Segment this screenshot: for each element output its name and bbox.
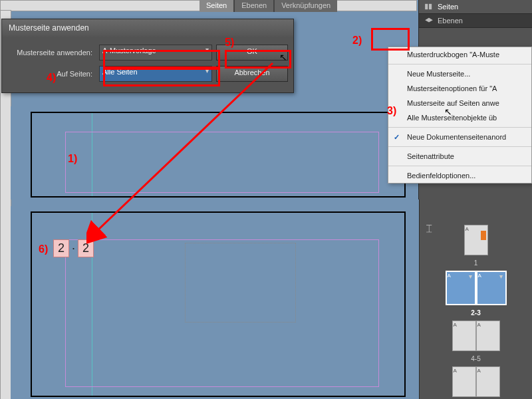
step-1-label: 1)	[68, 153, 77, 165]
ctx-separator	[388, 64, 531, 65]
step-6-label: 6)	[39, 243, 48, 255]
canvas-lower	[11, 206, 416, 399]
ctx-panel-options[interactable]: Bedienfeldoptionen...	[388, 168, 531, 183]
pages-thumbnails-panel: ⌶ A 1 AA 2-3 AA 4-5 AA 6-7	[419, 200, 532, 399]
select-master[interactable]: A-Mustervorlage	[99, 45, 212, 61]
dialog-title: Musterseite anwenden	[2, 19, 293, 37]
check-icon: ✓	[394, 133, 400, 142]
step-4-label: 4)	[47, 72, 56, 84]
ctx-master-spread[interactable]: Musterdruckbogen "A-Muste	[388, 47, 531, 62]
spread-4-5[interactable]: AA	[425, 321, 527, 351]
tab-seiten[interactable]: Seiten	[200, 0, 233, 12]
ctx-new-master[interactable]: Neue Musterseite...	[388, 66, 531, 81]
spread-label: 1	[425, 259, 527, 267]
panel-header-seiten[interactable]: Seiten	[419, 0, 532, 14]
spread-label: 2-3	[425, 309, 527, 317]
document-page-upper[interactable]	[31, 112, 406, 198]
panel-tabs: Seiten Ebenen Verknüpfungen	[200, 0, 337, 12]
ctx-separator	[388, 146, 531, 147]
panel-header-label: Ebenen	[438, 17, 463, 25]
select-pages[interactable]: Alle Seiten	[99, 66, 212, 82]
svg-rect-0	[425, 4, 428, 9]
page-number-result: 2 · 2	[53, 239, 94, 257]
panel-header-label: Seiten	[438, 3, 458, 11]
step-5-label: 5)	[225, 37, 234, 49]
spread-1[interactable]: A	[425, 225, 527, 255]
step-2-label: 2)	[352, 35, 362, 47]
ctx-separator	[388, 127, 531, 128]
layers-icon	[424, 17, 434, 24]
ctx-page-order[interactable]: ✓ Neue Dokumentenseitenanord	[388, 130, 531, 144]
ctx-page-attributes[interactable]: Seitenattribute	[388, 149, 531, 164]
pages-icon	[424, 3, 434, 10]
ctx-master-options[interactable]: Musterseitenoptionen für "A	[388, 81, 531, 96]
cancel-button[interactable]: Abbrechen	[216, 66, 288, 82]
ctx-item-label: Neue Dokumentenseitenanord	[407, 133, 506, 141]
dot-icon: ·	[72, 241, 75, 255]
step-3-label: 3)	[387, 105, 396, 117]
svg-rect-1	[429, 4, 432, 9]
spread-label: 4-5	[425, 355, 527, 362]
ctx-override-objects[interactable]: Alle Musterseitenobjekte üb	[388, 110, 531, 125]
margin-frame-upper	[65, 132, 379, 193]
ctx-separator	[388, 166, 531, 166]
apply-master-dialog: Musterseite anwenden Musterseite anwende…	[1, 19, 294, 93]
text-frame[interactable]	[185, 243, 296, 323]
spread-6-7[interactable]: AA	[425, 366, 527, 397]
label-master: Musterseite anwenden:	[9, 49, 95, 57]
page-number-right: 2	[78, 239, 94, 257]
tab-ebenen[interactable]: Ebenen	[235, 0, 273, 12]
ctx-apply-master[interactable]: Musterseite auf Seiten anwe	[388, 96, 531, 110]
panel-header-ebenen[interactable]: Ebenen	[419, 14, 532, 28]
spread-2-3[interactable]: AA	[425, 271, 527, 305]
page-number-left: 2	[53, 239, 69, 257]
context-menu: Musterdruckbogen "A-Muste Neue Mustersei…	[388, 47, 532, 184]
svg-marker-2	[425, 18, 433, 23]
tab-verknuepfungen[interactable]: Verknüpfungen	[275, 0, 337, 12]
